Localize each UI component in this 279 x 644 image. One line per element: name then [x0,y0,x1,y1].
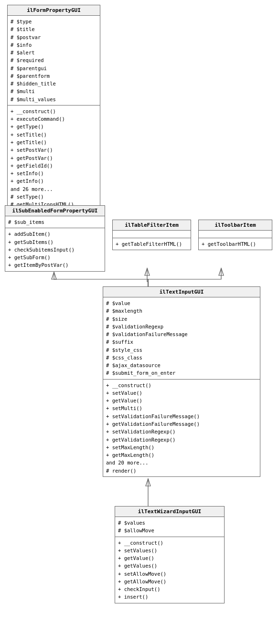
ilTextInputGUI-fields: # $value # $maxlength # $size # $validat… [103,297,260,380]
ilToolbarItem-fields [199,231,272,238]
ilTextInputGUI-box: ilTextInputGUI # $value # $maxlength # $… [103,286,260,477]
ilSubEnabledFormPropertyGUI-title: ilSubEnabledFormPropertyGUI [5,206,105,216]
ilTableFilterItem-methods: + getTableFilterHTML() [113,238,191,250]
ilToolbarItem-title: ilToolbarItem [199,220,272,231]
ilTextWizardInputGUI-box: ilTextWizardInputGUI # $values # $allowM… [115,506,225,603]
ilTableFilterItem-title: ilTableFilterItem [113,220,191,231]
ilTextWizardInputGUI-title: ilTextWizardInputGUI [115,507,224,517]
svg-marker-7 [146,479,150,486]
ilFormPropertyGUI-methods: + __construct() + executeCommand() + get… [8,106,100,210]
ilFormPropertyGUI-title: ilFormPropertyGUI [8,5,100,16]
ilToolbarItem-box: ilToolbarItem + getToolbarHTML() [198,220,272,250]
ilTextInputGUI-title: ilTextInputGUI [103,287,260,297]
ilToolbarItem-methods: + getToolbarHTML() [199,238,272,250]
ilSubEnabledFormPropertyGUI-box: ilSubEnabledFormPropertyGUI # $sub_items… [5,205,105,272]
svg-marker-3 [52,272,56,279]
ilSubEnabledFormPropertyGUI-methods: + addSubItem() + getSubItems() + checkSu… [5,228,105,271]
ilTextWizardInputGUI-fields: # $values # $allowMove [115,517,224,537]
ilFormPropertyGUI-fields: # $type # $title # $postvar # $info # $a… [8,16,100,106]
ilSubEnabledFormPropertyGUI-fields: # $sub_items [5,216,105,228]
ilTableFilterItem-box: ilTableFilterItem + getTableFilterHTML() [112,220,191,250]
ilFormPropertyGUI-box: ilFormPropertyGUI # $type # $title # $po… [7,5,100,211]
svg-marker-5 [219,268,224,275]
ilTextInputGUI-methods: + __construct() + setValue() + getValue(… [103,380,260,476]
svg-marker-4 [145,268,150,275]
ilTableFilterItem-fields [113,231,191,238]
ilTextWizardInputGUI-methods: + __construct() + setValues() + getValue… [115,537,224,603]
diagram-container: ilFormPropertyGUI # $type # $title # $po… [0,0,279,644]
